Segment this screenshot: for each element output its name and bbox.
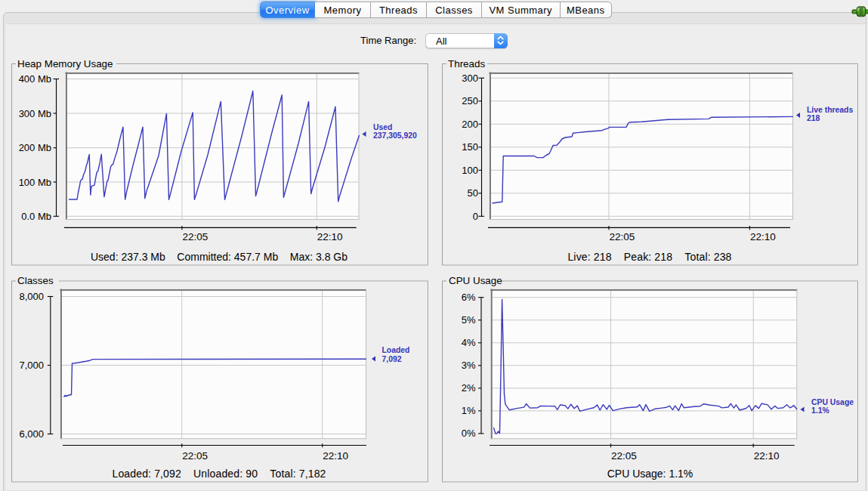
svg-text:0: 0 — [473, 211, 478, 222]
svg-text:Used: Used — [373, 123, 392, 131]
svg-text:22:10: 22:10 — [750, 231, 776, 242]
svg-text:218: 218 — [807, 114, 820, 122]
svg-text:200 Mb: 200 Mb — [19, 142, 51, 153]
svg-text:CPU Usage: CPU Usage — [449, 275, 502, 286]
svg-text:Used: 237.3 Mb Committed: 4: Used: 237.3 Mb Committed: 457.7 Mb Max: … — [91, 251, 348, 263]
svg-text:22:05: 22:05 — [182, 450, 208, 462]
svg-text:22:05: 22:05 — [611, 450, 637, 462]
svg-text:0%: 0% — [462, 428, 476, 439]
svg-text:7,000: 7,000 — [19, 360, 44, 371]
svg-text:6%: 6% — [462, 292, 476, 303]
svg-text:7,092: 7,092 — [382, 355, 402, 363]
svg-text:6,000: 6,000 — [19, 428, 44, 440]
svg-text:100: 100 — [462, 165, 478, 176]
svg-text:2%: 2% — [462, 382, 476, 394]
svg-text:8,000: 8,000 — [19, 291, 44, 302]
svg-text:300 Mb: 300 Mb — [19, 108, 51, 119]
svg-text:400 Mb: 400 Mb — [19, 73, 51, 85]
svg-text:CPU Usage: 1.1%: CPU Usage: 1.1% — [607, 468, 693, 480]
svg-text:22:10: 22:10 — [323, 450, 348, 462]
svg-text:50: 50 — [468, 187, 478, 199]
svg-text:1%: 1% — [462, 405, 476, 416]
svg-text:237,305,920: 237,305,920 — [373, 131, 417, 140]
svg-text:150: 150 — [462, 141, 478, 153]
svg-text:Loaded: 7,092 Unloaded: 90: Loaded: 7,092 Unloaded: 90 Total: 7,182 — [112, 468, 326, 480]
svg-text:3%: 3% — [462, 360, 476, 371]
svg-text:300: 300 — [462, 73, 478, 84]
svg-text:Loaded: Loaded — [382, 346, 410, 354]
svg-text:22:05: 22:05 — [610, 231, 635, 242]
svg-text:Classes: Classes — [17, 275, 54, 286]
svg-text:CPU Usage: CPU Usage — [811, 398, 854, 406]
svg-text:1.1%: 1.1% — [811, 406, 829, 415]
svg-text:4%: 4% — [462, 337, 476, 348]
svg-text:5%: 5% — [462, 314, 476, 326]
svg-text:100 Mb: 100 Mb — [19, 177, 51, 188]
svg-text:200: 200 — [462, 119, 478, 130]
svg-text:Live threads: Live threads — [807, 106, 853, 114]
svg-text:22:10: 22:10 — [754, 450, 780, 462]
svg-text:Live: 218 Peak: 218 Tota: Live: 218 Peak: 218 Total: 238 — [567, 251, 731, 263]
svg-text:Threads: Threads — [448, 58, 485, 69]
svg-text:22:10: 22:10 — [317, 231, 343, 242]
svg-text:250: 250 — [462, 95, 478, 107]
svg-text:22:05: 22:05 — [182, 231, 208, 242]
svg-text:Heap Memory Usage: Heap Memory Usage — [17, 58, 113, 69]
svg-text:0.0 Mb: 0.0 Mb — [21, 211, 51, 222]
